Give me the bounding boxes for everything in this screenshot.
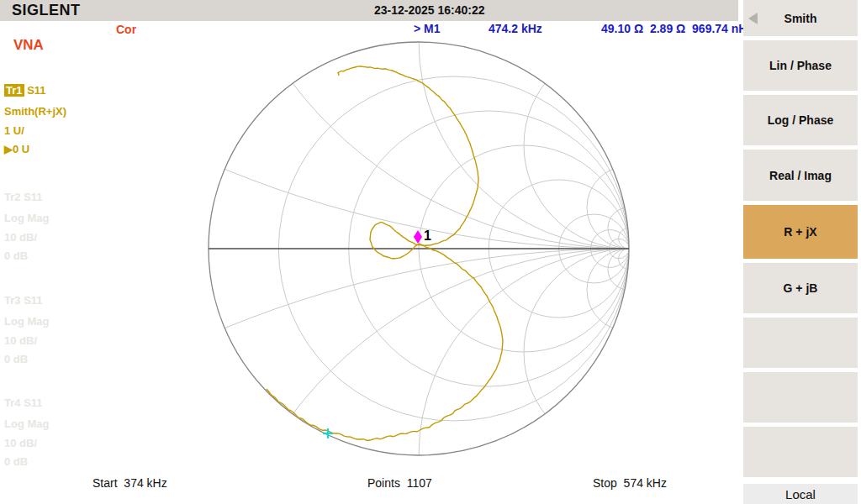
sweep-points: Points 1107: [367, 476, 432, 490]
menu-button-log-phase[interactable]: Log / Phase: [743, 95, 858, 145]
menu-button-label: G + jB: [784, 281, 818, 295]
menu-button-blank-3[interactable]: [743, 427, 858, 477]
menu-button-blank-1[interactable]: [743, 318, 858, 368]
menu-button-label: Lin / Phase: [769, 59, 832, 72]
menu-button-blank-2[interactable]: [743, 372, 858, 423]
marker-diamond-icon[interactable]: [414, 230, 422, 244]
smith-chart: 1: [0, 0, 861, 504]
local-button[interactable]: Local: [743, 484, 858, 504]
submenu-arrow-icon: [748, 13, 758, 24]
smith-grid: [0, 0, 861, 504]
menu-button-label: Real / Imag: [769, 169, 832, 182]
marker-number-label: 1: [424, 228, 431, 243]
menu-button-r-plus-jx[interactable]: R + jX: [743, 205, 858, 259]
menu-button-smith[interactable]: Smith: [743, 0, 858, 36]
vna-screen: SIGLENT 23-12-2025 16:40:22 > M1 474.2 k…: [0, 0, 861, 504]
sweep-start: Start 374 kHz: [92, 476, 167, 490]
menu-button-label: Smith: [784, 12, 817, 25]
menu-button-label: R + jX: [784, 225, 816, 239]
sweep-stop: Stop 574 kHz: [593, 476, 667, 490]
menu-button-real-imag[interactable]: Real / Imag: [743, 150, 858, 201]
menu-button-lin-phase[interactable]: Lin / Phase: [743, 40, 858, 91]
menu-button-g-plus-jb[interactable]: G + jB: [743, 263, 858, 313]
menu-button-label: Log / Phase: [768, 113, 834, 127]
s11-trace: [267, 66, 503, 440]
